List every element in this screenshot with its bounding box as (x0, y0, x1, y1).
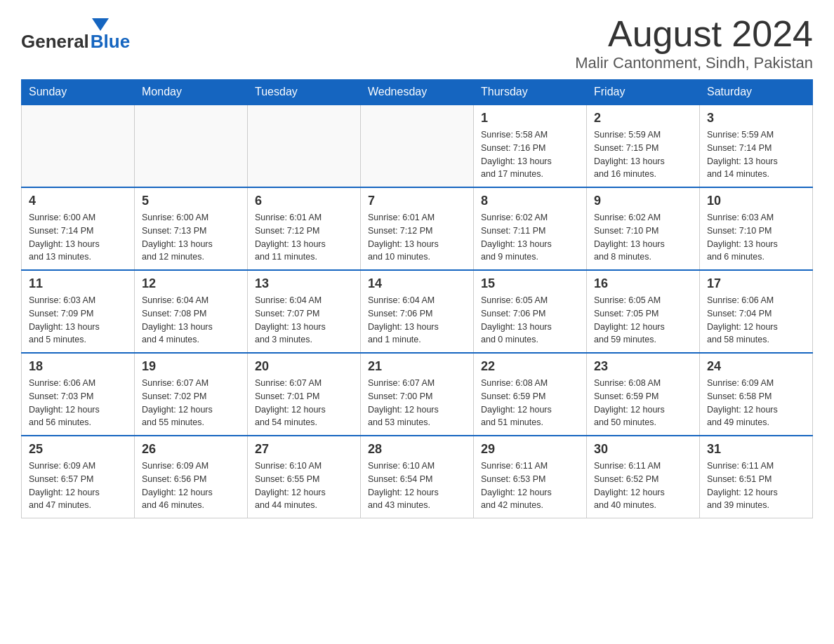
day-info: Sunrise: 6:09 AM Sunset: 6:57 PM Dayligh… (29, 459, 127, 512)
day-number: 17 (707, 276, 805, 291)
day-number: 16 (594, 276, 692, 291)
day-number: 26 (142, 442, 240, 457)
calendar-cell: 17Sunrise: 6:06 AM Sunset: 7:04 PM Dayli… (700, 270, 813, 353)
calendar-cell: 22Sunrise: 6:08 AM Sunset: 6:59 PM Dayli… (474, 353, 587, 436)
logo-triangle-icon (92, 18, 109, 31)
day-info: Sunrise: 6:02 AM Sunset: 7:10 PM Dayligh… (594, 211, 692, 264)
day-info: Sunrise: 6:06 AM Sunset: 7:03 PM Dayligh… (29, 377, 127, 429)
day-info: Sunrise: 6:10 AM Sunset: 6:55 PM Dayligh… (255, 459, 353, 512)
calendar-cell: 16Sunrise: 6:05 AM Sunset: 7:05 PM Dayli… (587, 270, 700, 353)
day-number: 27 (255, 442, 353, 457)
day-number: 4 (29, 194, 127, 208)
day-info: Sunrise: 6:00 AM Sunset: 7:14 PM Dayligh… (29, 211, 127, 264)
day-info: Sunrise: 6:11 AM Sunset: 6:51 PM Dayligh… (707, 459, 805, 512)
calendar-cell: 21Sunrise: 6:07 AM Sunset: 7:00 PM Dayli… (361, 353, 474, 436)
logo: General Blue (21, 14, 130, 53)
day-number: 21 (368, 359, 466, 374)
calendar-cell (248, 105, 361, 187)
calendar-cell: 25Sunrise: 6:09 AM Sunset: 6:57 PM Dayli… (22, 436, 135, 518)
calendar-cell: 30Sunrise: 6:11 AM Sunset: 6:52 PM Dayli… (587, 436, 700, 518)
day-number: 6 (255, 194, 353, 208)
calendar-cell (361, 105, 474, 187)
calendar-cell: 9Sunrise: 6:02 AM Sunset: 7:10 PM Daylig… (587, 187, 700, 270)
day-info: Sunrise: 6:03 AM Sunset: 7:09 PM Dayligh… (29, 294, 127, 347)
calendar-cell: 8Sunrise: 6:02 AM Sunset: 7:11 PM Daylig… (474, 187, 587, 270)
calendar-cell: 20Sunrise: 6:07 AM Sunset: 7:01 PM Dayli… (248, 353, 361, 436)
day-info: Sunrise: 6:08 AM Sunset: 6:59 PM Dayligh… (481, 377, 579, 429)
day-info: Sunrise: 6:01 AM Sunset: 7:12 PM Dayligh… (255, 211, 353, 264)
logo-general-text: General (21, 31, 89, 53)
day-info: Sunrise: 6:05 AM Sunset: 7:06 PM Dayligh… (481, 294, 579, 347)
calendar-cell: 26Sunrise: 6:09 AM Sunset: 6:56 PM Dayli… (135, 436, 248, 518)
page-header: General Blue August 2024 Malir Cantonmen… (21, 14, 813, 72)
day-number: 30 (594, 442, 692, 457)
day-number: 29 (481, 442, 579, 457)
calendar-cell: 3Sunrise: 5:59 AM Sunset: 7:14 PM Daylig… (700, 105, 813, 187)
calendar-cell: 13Sunrise: 6:04 AM Sunset: 7:07 PM Dayli… (248, 270, 361, 353)
day-info: Sunrise: 6:09 AM Sunset: 6:58 PM Dayligh… (707, 377, 805, 429)
day-info: Sunrise: 6:02 AM Sunset: 7:11 PM Dayligh… (481, 211, 579, 264)
day-number: 9 (594, 194, 692, 208)
day-info: Sunrise: 6:07 AM Sunset: 7:01 PM Dayligh… (255, 377, 353, 429)
day-info: Sunrise: 6:04 AM Sunset: 7:08 PM Dayligh… (142, 294, 240, 347)
day-number: 19 (142, 359, 240, 374)
calendar-cell: 29Sunrise: 6:11 AM Sunset: 6:53 PM Dayli… (474, 436, 587, 518)
logo-blue-text: Blue (91, 31, 130, 53)
day-info: Sunrise: 6:07 AM Sunset: 7:02 PM Dayligh… (142, 377, 240, 429)
day-info: Sunrise: 6:07 AM Sunset: 7:00 PM Dayligh… (368, 377, 466, 429)
day-info: Sunrise: 6:06 AM Sunset: 7:04 PM Dayligh… (707, 294, 805, 347)
calendar-cell: 28Sunrise: 6:10 AM Sunset: 6:54 PM Dayli… (361, 436, 474, 518)
calendar-cell: 31Sunrise: 6:11 AM Sunset: 6:51 PM Dayli… (700, 436, 813, 518)
day-number: 23 (594, 359, 692, 374)
calendar-cell: 11Sunrise: 6:03 AM Sunset: 7:09 PM Dayli… (22, 270, 135, 353)
day-number: 18 (29, 359, 127, 374)
day-info: Sunrise: 6:11 AM Sunset: 6:53 PM Dayligh… (481, 459, 579, 512)
day-number: 3 (707, 111, 805, 126)
day-number: 13 (255, 276, 353, 291)
calendar-cell (22, 105, 135, 187)
header-saturday: Saturday (700, 80, 813, 105)
calendar-cell: 2Sunrise: 5:59 AM Sunset: 7:15 PM Daylig… (587, 105, 700, 187)
logo-icon: General Blue (21, 14, 130, 53)
header-monday: Monday (135, 80, 248, 105)
calendar-subtitle: Malir Cantonment, Sindh, Pakistan (575, 54, 813, 72)
calendar-cell (135, 105, 248, 187)
calendar-cell: 23Sunrise: 6:08 AM Sunset: 6:59 PM Dayli… (587, 353, 700, 436)
day-info: Sunrise: 6:01 AM Sunset: 7:12 PM Dayligh… (368, 211, 466, 264)
day-info: Sunrise: 5:59 AM Sunset: 7:14 PM Dayligh… (707, 128, 805, 181)
day-info: Sunrise: 6:08 AM Sunset: 6:59 PM Dayligh… (594, 377, 692, 429)
day-number: 22 (481, 359, 579, 374)
day-number: 25 (29, 442, 127, 457)
calendar-cell: 10Sunrise: 6:03 AM Sunset: 7:10 PM Dayli… (700, 187, 813, 270)
calendar-cell: 12Sunrise: 6:04 AM Sunset: 7:08 PM Dayli… (135, 270, 248, 353)
day-info: Sunrise: 6:10 AM Sunset: 6:54 PM Dayligh… (368, 459, 466, 512)
day-info: Sunrise: 6:09 AM Sunset: 6:56 PM Dayligh… (142, 459, 240, 512)
day-info: Sunrise: 6:11 AM Sunset: 6:52 PM Dayligh… (594, 459, 692, 512)
calendar-header-row: SundayMondayTuesdayWednesdayThursdayFrid… (22, 80, 813, 105)
calendar-cell: 24Sunrise: 6:09 AM Sunset: 6:58 PM Dayli… (700, 353, 813, 436)
day-number: 12 (142, 276, 240, 291)
day-number: 15 (481, 276, 579, 291)
day-number: 5 (142, 194, 240, 208)
day-info: Sunrise: 6:04 AM Sunset: 7:06 PM Dayligh… (368, 294, 466, 347)
day-info: Sunrise: 6:05 AM Sunset: 7:05 PM Dayligh… (594, 294, 692, 347)
calendar-cell: 7Sunrise: 6:01 AM Sunset: 7:12 PM Daylig… (361, 187, 474, 270)
calendar-cell: 18Sunrise: 6:06 AM Sunset: 7:03 PM Dayli… (22, 353, 135, 436)
week-row-2: 4Sunrise: 6:00 AM Sunset: 7:14 PM Daylig… (22, 187, 813, 270)
day-number: 2 (594, 111, 692, 126)
day-number: 31 (707, 442, 805, 457)
header-wednesday: Wednesday (361, 80, 474, 105)
header-tuesday: Tuesday (248, 80, 361, 105)
header-friday: Friday (587, 80, 700, 105)
day-number: 7 (368, 194, 466, 208)
week-row-5: 25Sunrise: 6:09 AM Sunset: 6:57 PM Dayli… (22, 436, 813, 518)
day-info: Sunrise: 6:00 AM Sunset: 7:13 PM Dayligh… (142, 211, 240, 264)
title-area: August 2024 Malir Cantonment, Sindh, Pak… (575, 14, 813, 72)
week-row-4: 18Sunrise: 6:06 AM Sunset: 7:03 PM Dayli… (22, 353, 813, 436)
calendar-cell: 14Sunrise: 6:04 AM Sunset: 7:06 PM Dayli… (361, 270, 474, 353)
day-info: Sunrise: 6:04 AM Sunset: 7:07 PM Dayligh… (255, 294, 353, 347)
header-sunday: Sunday (22, 80, 135, 105)
calendar-cell: 15Sunrise: 6:05 AM Sunset: 7:06 PM Dayli… (474, 270, 587, 353)
day-number: 10 (707, 194, 805, 208)
calendar-table: SundayMondayTuesdayWednesdayThursdayFrid… (21, 79, 813, 518)
